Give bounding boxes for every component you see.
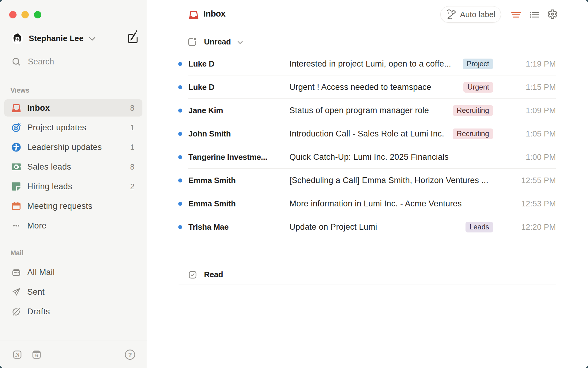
svg-text:?: ? (128, 351, 132, 358)
svg-text:6: 6 (35, 353, 38, 358)
svg-text:N: N (15, 351, 20, 358)
